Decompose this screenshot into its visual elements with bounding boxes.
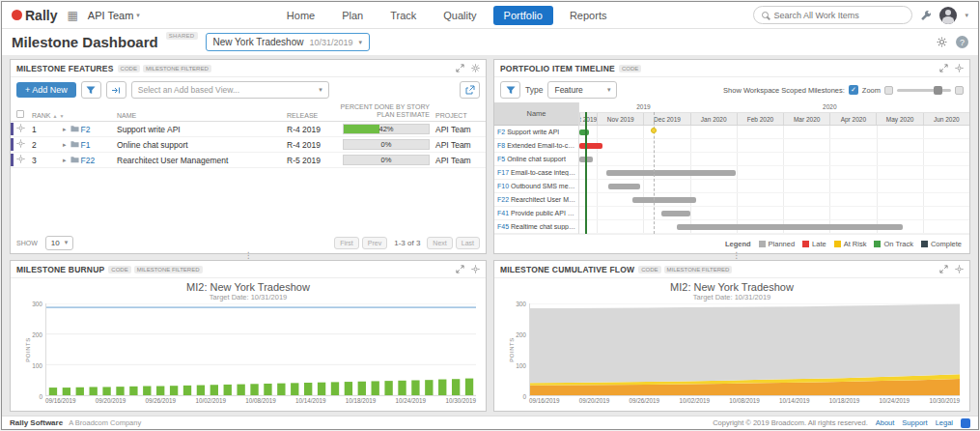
help-icon[interactable]: ? — [956, 36, 968, 48]
timeline-row — [579, 166, 969, 180]
panel-resize-handle[interactable]: ⋮ — [244, 253, 252, 258]
timeline-bar-late[interactable] — [579, 143, 602, 149]
feature-link[interactable]: F2 — [81, 125, 91, 134]
feature-name: Extended Email-to-case integ... — [507, 142, 575, 149]
row-project[interactable]: API Team — [430, 140, 480, 150]
search-input[interactable] — [773, 11, 904, 20]
expand-caret-icon[interactable]: ▸ — [63, 141, 67, 149]
timeline-bar-planned[interactable] — [608, 184, 639, 189]
expand-icon[interactable] — [456, 64, 464, 72]
nav-home[interactable]: Home — [276, 6, 325, 25]
select-all-checkbox[interactable] — [16, 110, 24, 118]
feature-link[interactable]: F10 — [497, 183, 509, 189]
timeline-row-name[interactable]: F5Online chat support — [494, 153, 578, 166]
timeline-row-name[interactable]: F10Outbound SMS messages f... — [494, 180, 578, 193]
burnup-chart-area — [45, 303, 476, 396]
user-menu-chevron-icon[interactable]: ▾ — [965, 12, 968, 19]
row-gear-icon[interactable] — [16, 139, 32, 150]
gear-icon[interactable] — [955, 265, 964, 273]
expand-caret-icon[interactable]: ▸ — [63, 157, 67, 164]
timeline-bar-planned[interactable] — [606, 170, 735, 176]
nav-reports[interactable]: Reports — [559, 6, 618, 25]
add-new-button[interactable]: + Add New — [16, 82, 76, 98]
feature-link[interactable]: F22 — [81, 156, 96, 165]
table-row[interactable]: 2▸F1Online chat supportR-4 20190%API Tea… — [11, 137, 486, 153]
footer-link-legal[interactable]: Legal — [936, 418, 953, 427]
feature-link[interactable]: F2 — [497, 129, 505, 135]
first-page-button[interactable]: First — [334, 237, 359, 249]
footer-widget-icon[interactable] — [961, 418, 970, 428]
timeline-bar-planned[interactable] — [632, 197, 697, 203]
feature-link[interactable]: F5 — [497, 156, 505, 162]
expand-icon[interactable] — [939, 265, 948, 273]
table-row[interactable]: 1▸F2Support write APIR-4 201942%API Team — [11, 122, 486, 137]
column-release[interactable]: RELEASE — [287, 112, 337, 119]
legend-swatch — [802, 241, 809, 247]
milestone-selector[interactable]: New York Tradeshow 10/31/2019 ▾ — [206, 33, 371, 51]
timeline-row-name[interactable]: F2Support write API — [494, 126, 578, 139]
page-footer: Rally Software A Broadcom Company Copyri… — [2, 416, 978, 429]
timeline-row-name[interactable]: F8Extended Email-to-case integ... — [494, 139, 578, 153]
gear-icon[interactable] — [471, 265, 480, 273]
prev-page-button[interactable]: Prev — [362, 237, 387, 249]
column-rank[interactable]: RANK▲▼ — [32, 112, 63, 119]
timeline-row-name[interactable]: F45Realtime chat support — [494, 220, 578, 234]
zoom-in-button[interactable] — [955, 86, 964, 95]
type-select[interactable]: Feature ▾ — [547, 81, 617, 99]
zoom-slider[interactable] — [897, 89, 951, 92]
team-selector[interactable]: API Team ▾ — [88, 10, 140, 21]
search-box[interactable] — [753, 6, 912, 24]
cumflow-chart-area-svg — [530, 303, 960, 395]
column-percent-done[interactable]: PERCENT DONE BY STORY PLAN ESTIMATE — [337, 103, 430, 119]
row-gear-icon[interactable] — [16, 124, 32, 134]
milestones-checkbox[interactable]: ✓ — [849, 85, 858, 95]
next-page-button[interactable]: Next — [427, 237, 452, 249]
row-project[interactable]: API Team — [430, 125, 480, 134]
row-project[interactable]: API Team — [430, 156, 480, 165]
feature-link[interactable]: F41 — [497, 210, 509, 216]
column-project[interactable]: PROJECT — [430, 112, 480, 119]
wrench-icon[interactable] — [920, 10, 932, 21]
expand-icon[interactable] — [939, 64, 948, 72]
timeline-bar-planned[interactable] — [661, 211, 690, 216]
avatar[interactable] — [939, 7, 957, 24]
expand-columns-button[interactable] — [106, 81, 126, 99]
rally-logo[interactable]: Rally — [12, 8, 57, 23]
last-page-button[interactable]: Last — [456, 237, 480, 249]
nav-track[interactable]: Track — [379, 6, 427, 25]
timeline-bar-planned[interactable] — [677, 224, 903, 230]
gear-icon[interactable] — [471, 64, 480, 72]
table-row[interactable]: 3▸F22Rearchitect User ManagementR-5 2019… — [11, 153, 486, 168]
timeline-row-name[interactable]: F41Provide public API to supp... — [494, 207, 578, 220]
expand-icon[interactable] — [456, 265, 464, 273]
zoom-out-button[interactable] — [884, 86, 893, 95]
feature-link[interactable]: F22 — [497, 196, 509, 203]
feature-link[interactable]: F45 — [497, 223, 509, 230]
export-button[interactable] — [460, 81, 480, 99]
row-gear-icon[interactable] — [16, 155, 32, 165]
timeline-bar-planned[interactable] — [579, 157, 593, 162]
footer-link-support[interactable]: Support — [902, 418, 927, 427]
dashboard-settings-icon[interactable] — [937, 37, 947, 47]
panel-resize-handle[interactable]: ⋮ — [732, 253, 740, 258]
nav-portfolio[interactable]: Portfolio — [493, 6, 553, 25]
timeline-row-name[interactable]: F22Rearchitect User Managem... — [494, 193, 578, 207]
apps-grid-icon[interactable]: ▦ — [67, 10, 77, 21]
timeline-row-name[interactable]: F17Email-to-case integration — [494, 166, 578, 180]
timeline-bar-on-track[interactable] — [579, 129, 589, 135]
feature-link[interactable]: F17 — [497, 169, 509, 176]
filter-button[interactable] — [81, 81, 101, 99]
nav-quality[interactable]: Quality — [433, 6, 487, 25]
feature-link[interactable]: F8 — [497, 142, 505, 149]
footer-link-about[interactable]: About — [876, 418, 895, 427]
zoom-slider-thumb[interactable] — [934, 86, 942, 95]
view-select[interactable]: Select an Add based View... ▾ — [131, 81, 329, 99]
column-name[interactable]: NAME — [117, 112, 287, 119]
gear-icon[interactable] — [955, 64, 964, 72]
filter-button[interactable] — [500, 81, 520, 99]
feature-link[interactable]: F1 — [81, 140, 91, 150]
y-tick-label: 300 — [32, 301, 42, 307]
nav-plan[interactable]: Plan — [331, 6, 374, 25]
expand-caret-icon[interactable]: ▸ — [63, 126, 67, 133]
page-size-select[interactable]: 10 ▾ — [45, 236, 73, 250]
